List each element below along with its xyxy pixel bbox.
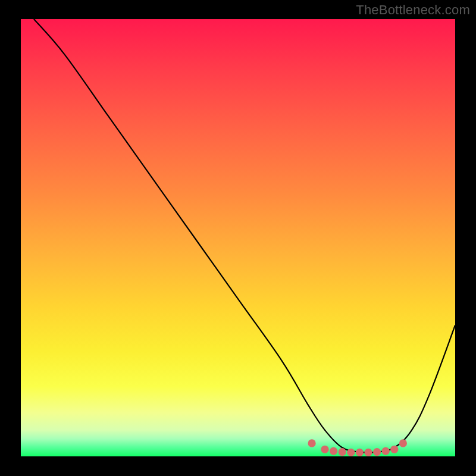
watermark-text: TheBottleneck.com (356, 2, 470, 18)
valley-marker (321, 446, 328, 453)
marker-layer (308, 439, 407, 456)
chart-svg (21, 19, 455, 456)
bottleneck-curve (34, 19, 455, 453)
chart-stage: TheBottleneck.com (0, 0, 476, 476)
valley-marker (399, 439, 407, 447)
valley-marker (373, 448, 381, 456)
valley-marker (308, 439, 316, 447)
valley-marker (382, 447, 390, 455)
plot-area (21, 19, 455, 456)
valley-marker (330, 447, 337, 455)
valley-marker (356, 449, 364, 456)
valley-marker (390, 446, 398, 453)
curve-layer (34, 19, 455, 453)
valley-marker (347, 449, 355, 456)
valley-marker (339, 448, 346, 456)
valley-marker (364, 449, 372, 456)
